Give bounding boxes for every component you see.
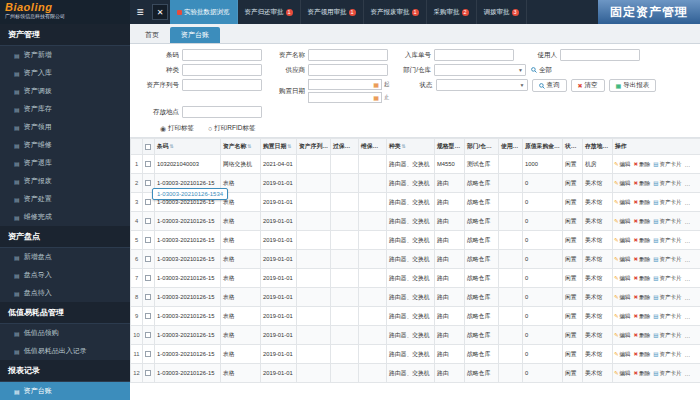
sidebar-item[interactable]: ▤资产库存 (0, 100, 130, 118)
category-input[interactable] (182, 64, 262, 76)
row-checkbox[interactable] (143, 231, 155, 250)
sidebar-group-header[interactable]: 低值易耗品管理 (0, 302, 130, 324)
action-edit[interactable]: ✎编辑 (614, 199, 631, 206)
action-card[interactable]: ▤资产卡片 (653, 199, 681, 206)
action-delete[interactable]: ✖删除 (634, 256, 651, 263)
date-to-input[interactable]: ▦ (308, 92, 382, 103)
column-header[interactable]: 资产名称⇅ (221, 139, 261, 155)
action-card[interactable]: ▤资产卡片 (653, 256, 681, 263)
action-delete[interactable]: ✖删除 (634, 313, 651, 320)
asset-name-input[interactable] (308, 49, 388, 61)
column-header[interactable]: 状态⇅ (563, 139, 583, 155)
top-tab[interactable]: 资产报废审批1 (364, 0, 427, 24)
action-card[interactable]: ▤资产卡片 (653, 237, 681, 244)
column-header[interactable]: 存放地点⇅ (583, 139, 613, 155)
action-card[interactable]: ▤资产卡片 (653, 180, 681, 187)
column-header[interactable]: 维保单位⇅ (359, 139, 387, 155)
column-header[interactable]: 条码⇅ (155, 139, 221, 155)
close-tab-button[interactable]: ✕ (152, 4, 168, 20)
row-checkbox[interactable] (143, 212, 155, 231)
action-card[interactable]: ▤资产卡片 (653, 218, 681, 225)
sidebar-group-header[interactable]: 资产管理 (0, 24, 130, 46)
top-tab[interactable]: 资产领用审批1 (301, 0, 364, 24)
column-header[interactable]: 种类⇅ (387, 139, 435, 155)
sidebar-item[interactable]: ▤资产退库 (0, 154, 130, 172)
location-input[interactable] (182, 106, 262, 118)
action-edit[interactable]: ✎编辑 (614, 180, 631, 187)
sidebar-item[interactable]: ▤低值易耗品出入记录 (0, 342, 130, 360)
action-card[interactable]: ▤资产卡片 (653, 370, 681, 377)
action-delete[interactable]: ✖删除 (634, 351, 651, 358)
clear-button[interactable]: ✖ 清空 (571, 79, 605, 92)
action-edit[interactable]: ✎编辑 (614, 161, 631, 168)
serial-input[interactable] (182, 79, 262, 91)
inbound-no-input[interactable] (434, 49, 514, 61)
action-delete[interactable]: ✖删除 (634, 161, 651, 168)
sidebar-item[interactable]: ▤资产维修 (0, 136, 130, 154)
sidebar-item[interactable]: ▤资产入库 (0, 64, 130, 82)
action-edit[interactable]: ✎编辑 (614, 332, 631, 339)
action-delete[interactable]: ✖删除 (634, 199, 651, 206)
print-radio[interactable]: ○打印RFID标签 (208, 124, 255, 133)
column-header[interactable]: 过保日期⇅ (331, 139, 359, 155)
sidebar-item[interactable]: ▤资产新增 (0, 46, 130, 64)
sidebar-toggle-button[interactable]: ≡ (130, 0, 150, 24)
action-delete[interactable]: ✖删除 (634, 237, 651, 244)
row-checkbox[interactable] (143, 269, 155, 288)
tab-asset-ledger[interactable]: 资产台账 (170, 27, 220, 43)
sidebar-item[interactable]: ▤资产领用 (0, 118, 130, 136)
sidebar-item[interactable]: ▤盘点导入 (0, 266, 130, 284)
date-from-input[interactable]: ▦ (308, 79, 382, 90)
dept-select[interactable]: ▼ (434, 64, 526, 76)
sidebar-item[interactable]: ▤低值品领购 (0, 324, 130, 342)
action-card[interactable]: ▤资产卡片 (653, 161, 681, 168)
action-edit[interactable]: ✎编辑 (614, 218, 631, 225)
action-delete[interactable]: ✖删除 (634, 370, 651, 377)
column-header[interactable]: 使用人⇅ (499, 139, 523, 155)
column-header[interactable]: 规格型号⇅ (435, 139, 465, 155)
all-link[interactable]: 全部 (531, 66, 552, 75)
top-tab[interactable]: 调拨审批3 (477, 0, 527, 24)
status-select[interactable]: ▼ (436, 79, 528, 91)
row-checkbox[interactable] (143, 326, 155, 345)
action-card[interactable]: ▤资产卡片 (653, 294, 681, 301)
action-delete[interactable]: ✖删除 (634, 180, 651, 187)
top-tab[interactable]: 实验批数据浏览 (170, 0, 238, 24)
row-checkbox[interactable] (143, 364, 155, 383)
column-header[interactable]: 部门/仓库⇅ (465, 139, 499, 155)
action-edit[interactable]: ✎编辑 (614, 237, 631, 244)
action-card[interactable]: ▤资产卡片 (653, 313, 681, 320)
export-report-button[interactable]: ▦ 导出报表 (609, 79, 657, 92)
sidebar-item[interactable]: ▤资产报废 (0, 172, 130, 190)
sidebar-item[interactable]: ▤资产处置 (0, 190, 130, 208)
action-edit[interactable]: ✎编辑 (614, 370, 631, 377)
action-delete[interactable]: ✖删除 (634, 218, 651, 225)
action-delete[interactable]: ✖删除 (634, 275, 651, 282)
action-card[interactable]: ▤资产卡片 (653, 332, 681, 339)
action-delete[interactable]: ✖删除 (634, 332, 651, 339)
sidebar-item[interactable]: ▤资产台账 (0, 382, 130, 400)
select-all-checkbox[interactable] (143, 139, 155, 155)
action-delete[interactable]: ✖删除 (634, 294, 651, 301)
print-radio[interactable]: ◉打印标签 (160, 124, 194, 133)
row-checkbox[interactable] (143, 288, 155, 307)
row-checkbox[interactable] (143, 155, 155, 174)
action-edit[interactable]: ✎编辑 (614, 351, 631, 358)
sidebar-item[interactable]: ▤新增盘点 (0, 248, 130, 266)
column-header[interactable]: 购置日期⇅ (261, 139, 297, 155)
action-card[interactable]: ▤资产卡片 (653, 351, 681, 358)
column-header[interactable]: 资产序列号⇅ (297, 139, 331, 155)
row-checkbox[interactable] (143, 307, 155, 326)
top-tab[interactable]: 资产归还审批1 (238, 0, 301, 24)
action-card[interactable]: ▤资产卡片 (653, 275, 681, 282)
user-input[interactable] (560, 49, 640, 61)
sidebar-item[interactable]: ▤维修完成 (0, 208, 130, 226)
row-checkbox[interactable] (143, 345, 155, 364)
supplier-input[interactable] (308, 64, 388, 76)
top-tab[interactable]: 采购审批2 (427, 0, 477, 24)
action-edit[interactable]: ✎编辑 (614, 313, 631, 320)
row-checkbox[interactable] (143, 250, 155, 269)
tab-home[interactable]: 首页 (136, 27, 168, 43)
barcode-input[interactable] (182, 49, 262, 61)
column-header[interactable]: 原值采购金额⇅ (523, 139, 563, 155)
